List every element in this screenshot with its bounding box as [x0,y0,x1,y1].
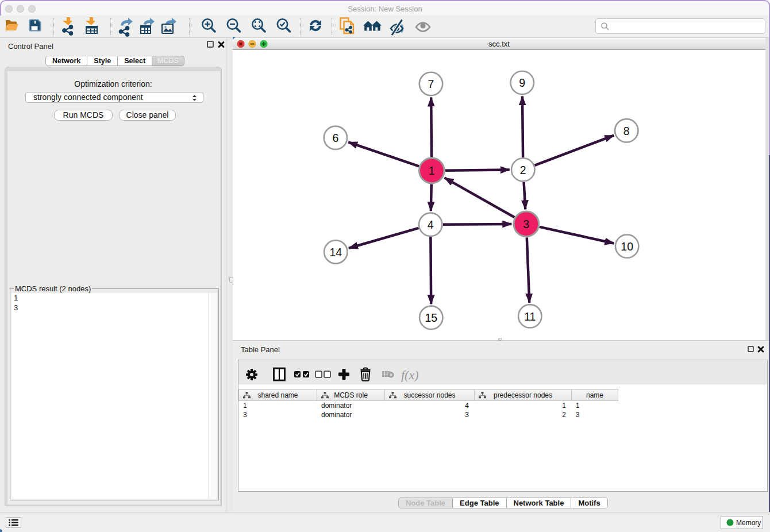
svg-text:2: 2 [520,164,526,176]
svg-text:1: 1 [429,164,435,177]
svg-text:8: 8 [623,125,630,137]
svg-text:14: 14 [329,246,342,259]
svg-text:6: 6 [332,132,338,144]
svg-text:15: 15 [425,311,437,324]
svg-text:3: 3 [523,218,529,230]
svg-text:10: 10 [621,240,633,253]
svg-text:11: 11 [524,310,536,323]
svg-text:f(x): f(x) [401,368,419,382]
svg-text:7: 7 [428,78,434,90]
svg-text:9: 9 [519,76,525,89]
svg-text:4: 4 [428,218,434,231]
